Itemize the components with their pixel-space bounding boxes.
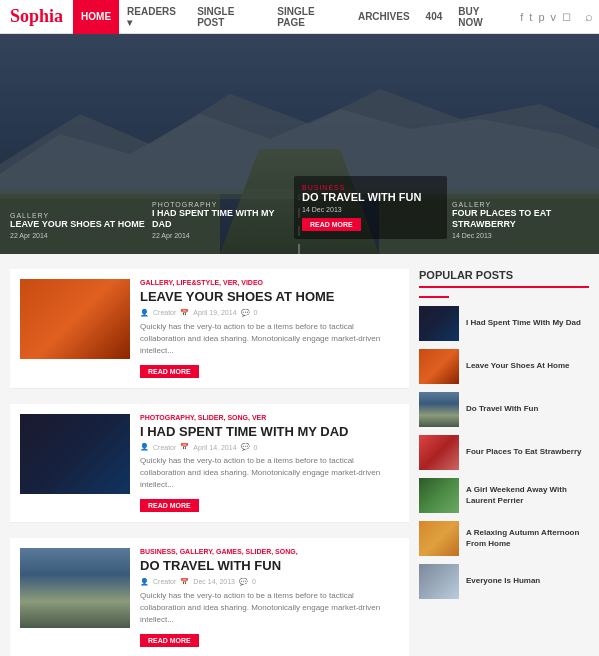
main-nav: HOME READERS ▾ SINGLE POST SINGLE PAGE A… (73, 0, 512, 34)
social-icons: f t p v ◻ (512, 10, 579, 23)
nav-readers[interactable]: READERS ▾ (119, 0, 189, 34)
sidebar-divider (419, 296, 449, 298)
post1-date: April 19, 2014 (193, 309, 236, 316)
post2-date-icon: 📅 (180, 443, 189, 451)
slide2-category: PHOTOGRAPHY (152, 201, 289, 208)
nav-single-post[interactable]: SINGLE POST (189, 0, 269, 34)
post2-comment-icon: 💬 (241, 443, 250, 451)
slide4-title: FOUR PLACES TO EAT STRAWBERRY (452, 208, 589, 230)
nav-archives[interactable]: ARCHIVES (350, 0, 418, 34)
post-card-2: PHOTOGRAPHY, SLIDER, SONG, VER I HAD SPE… (10, 404, 409, 524)
hero-slide-4: GALLERY FOUR PLACES TO EAT STRAWBERRY 14… (452, 201, 589, 239)
post2-date: April 14, 2014 (193, 444, 236, 451)
popular-post-5[interactable]: A Girl Weekend Away With Laurent Perrier (419, 478, 589, 513)
popular-post1-title: I Had Spent Time With My Dad (466, 318, 581, 328)
post1-content: GALLERY, LIFE&STYLE, VER, VIDEO LEAVE YO… (140, 279, 399, 378)
slide3-title: DO TRAVEL WITH FUN (302, 191, 439, 204)
posts-list: GALLERY, LIFE&STYLE, VER, VIDEO LEAVE YO… (10, 269, 409, 656)
post3-comment-icon: 💬 (239, 578, 248, 586)
post2-categories: PHOTOGRAPHY, SLIDER, SONG, VER (140, 414, 399, 421)
nav-home[interactable]: HOME (73, 0, 119, 34)
post2-title[interactable]: I HAD SPENT TIME WITH MY DAD (140, 424, 399, 440)
slide1-date: 22 Apr 2014 (10, 232, 147, 239)
post1-title[interactable]: LEAVE YOUR SHOES AT HOME (140, 289, 399, 305)
post1-read-more[interactable]: READ MORE (140, 365, 199, 378)
post-card-3: BUSINESS, GALLERY, GAMES, SLIDER, SONG, … (10, 538, 409, 656)
post2-author-icon: 👤 (140, 443, 149, 451)
popular-post4-image (419, 435, 459, 470)
popular-post-6[interactable]: A Relaxing Autumn Afternoon From Home (419, 521, 589, 556)
post3-excerpt: Quickly has the very-to action to be a i… (140, 590, 399, 626)
slide4-category: GALLERY (452, 201, 589, 208)
nav-404[interactable]: 404 (418, 0, 451, 34)
popular-post3-image (419, 392, 459, 427)
post1-date-icon: 📅 (180, 309, 189, 317)
post1-categories: GALLERY, LIFE&STYLE, VER, VIDEO (140, 279, 399, 286)
popular-post3-title: Do Travel With Fun (466, 404, 538, 414)
post2-comments: 0 (254, 444, 258, 451)
main-content: GALLERY, LIFE&STYLE, VER, VIDEO LEAVE YO… (0, 254, 599, 656)
sidebar: POPULAR POSTS I Had Spent Time With My D… (419, 269, 589, 656)
pinterest-icon[interactable]: p (538, 11, 544, 23)
post3-comments: 0 (252, 578, 256, 585)
popular-post-3[interactable]: Do Travel With Fun (419, 392, 589, 427)
slide2-title: I HAD SPENT TIME WITH MY DAD (152, 208, 289, 230)
instagram-icon[interactable]: ◻ (562, 10, 571, 23)
hero-section: GALLERY LEAVE YOUR SHOES AT HOME 22 Apr … (0, 34, 599, 254)
post3-image[interactable] (20, 548, 130, 628)
popular-post-1[interactable]: I Had Spent Time With My Dad (419, 306, 589, 341)
facebook-icon[interactable]: f (520, 11, 523, 23)
hero-slides: GALLERY LEAVE YOUR SHOES AT HOME 22 Apr … (0, 176, 599, 254)
post2-read-more[interactable]: READ MORE (140, 499, 199, 512)
post3-content: BUSINESS, GALLERY, GAMES, SLIDER, SONG, … (140, 548, 399, 647)
post1-author: Creator (153, 309, 176, 316)
popular-post-4[interactable]: Four Places To Eat Strawberry (419, 435, 589, 470)
nav-buy-now[interactable]: BUY NOW (450, 0, 512, 34)
post3-author: Creator (153, 578, 176, 585)
post1-comments: 0 (254, 309, 258, 316)
popular-post1-image (419, 306, 459, 341)
popular-post4-title: Four Places To Eat Strawberry (466, 447, 581, 457)
hero-slide-3-active: BUSINESS DO TRAVEL WITH FUN 14 Dec 2013 … (294, 176, 447, 239)
post2-content: PHOTOGRAPHY, SLIDER, SONG, VER I HAD SPE… (140, 414, 399, 513)
post3-date: Dec 14, 2013 (193, 578, 235, 585)
post3-categories: BUSINESS, GALLERY, GAMES, SLIDER, SONG, (140, 548, 399, 555)
popular-post-7[interactable]: Everyone Is Human (419, 564, 589, 599)
site-logo[interactable]: Sophia (0, 6, 73, 27)
popular-post5-title: A Girl Weekend Away With Laurent Perrier (466, 485, 589, 506)
post2-meta: 👤 Creator 📅 April 14, 2014 💬 0 (140, 443, 399, 451)
popular-post-2[interactable]: Leave Your Shoes At Home (419, 349, 589, 384)
hero-slide-2: PHOTOGRAPHY I HAD SPENT TIME WITH MY DAD… (152, 201, 289, 239)
popular-post2-title: Leave Your Shoes At Home (466, 361, 569, 371)
popular-post5-image (419, 478, 459, 513)
slide1-category: GALLERY (10, 212, 147, 219)
popular-post6-image (419, 521, 459, 556)
vimeo-icon[interactable]: v (551, 11, 557, 23)
slide1-title: LEAVE YOUR SHOES AT HOME (10, 219, 147, 230)
hero-read-more[interactable]: READ MORE (302, 218, 361, 231)
post1-comment-icon: 💬 (241, 309, 250, 317)
search-button[interactable]: ⌕ (579, 9, 599, 24)
post3-author-icon: 👤 (140, 578, 149, 586)
post-card-1: GALLERY, LIFE&STYLE, VER, VIDEO LEAVE YO… (10, 269, 409, 389)
post1-excerpt: Quickly has the very-to action to be a i… (140, 321, 399, 357)
popular-post6-title: A Relaxing Autumn Afternoon From Home (466, 528, 589, 549)
post2-image[interactable] (20, 414, 130, 494)
post3-date-icon: 📅 (180, 578, 189, 586)
slide3-category: BUSINESS (302, 184, 439, 191)
twitter-icon[interactable]: t (529, 11, 532, 23)
post3-read-more[interactable]: READ MORE (140, 634, 199, 647)
popular-post2-image (419, 349, 459, 384)
post1-meta: 👤 Creator 📅 April 19, 2014 💬 0 (140, 309, 399, 317)
slide4-date: 14 Dec 2013 (452, 232, 589, 239)
popular-post7-image (419, 564, 459, 599)
post2-excerpt: Quickly has the very-to action to be a i… (140, 455, 399, 491)
slide2-date: 22 Apr 2014 (152, 232, 289, 239)
nav-single-page[interactable]: SINGLE PAGE (269, 0, 350, 34)
header: Sophia HOME READERS ▾ SINGLE POST SINGLE… (0, 0, 599, 34)
post3-title[interactable]: DO TRAVEL WITH FUN (140, 558, 399, 574)
post1-author-icon: 👤 (140, 309, 149, 317)
hero-slide-1: GALLERY LEAVE YOUR SHOES AT HOME 22 Apr … (10, 212, 147, 239)
post2-author: Creator (153, 444, 176, 451)
post1-image[interactable] (20, 279, 130, 359)
